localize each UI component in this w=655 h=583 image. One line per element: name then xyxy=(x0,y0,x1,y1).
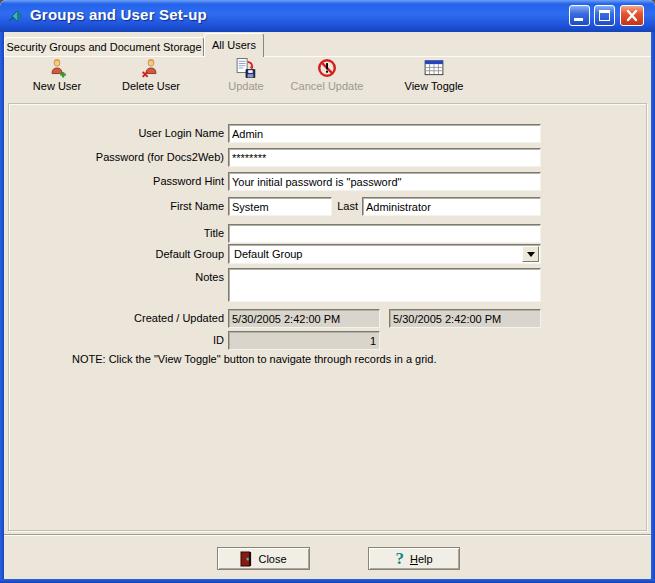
id-label: ID xyxy=(30,334,224,346)
tab-baseline xyxy=(4,56,651,57)
minimize-icon xyxy=(574,18,583,21)
tab-all-users[interactable]: All Users xyxy=(204,33,264,57)
view-toggle-note: NOTE: Click the "View Toggle" button to … xyxy=(72,353,437,365)
close-button[interactable]: Close xyxy=(217,547,310,570)
help-button[interactable]: ? Help xyxy=(368,547,460,570)
cancel-update-button[interactable]: Cancel Update xyxy=(282,58,372,98)
update-button[interactable]: Update xyxy=(201,58,291,98)
first-name-input[interactable] xyxy=(228,197,332,216)
maximize-icon xyxy=(599,10,610,21)
created-field xyxy=(228,309,380,328)
default-group-value: Default Group xyxy=(234,248,302,260)
close-icon xyxy=(621,6,643,25)
delete-user-button[interactable]: Delete User xyxy=(106,58,196,98)
delete-user-label: Delete User xyxy=(106,80,196,92)
tab-security-groups[interactable]: Security Groups and Document Storage xyxy=(4,37,204,56)
minimize-button[interactable] xyxy=(569,5,590,26)
new-user-icon xyxy=(12,58,102,78)
update-label: Update xyxy=(201,80,291,92)
updated-field xyxy=(389,309,541,328)
cancel-update-label: Cancel Update xyxy=(282,80,372,92)
id-field xyxy=(228,331,380,350)
delete-user-icon xyxy=(106,58,196,78)
help-icon: ? xyxy=(395,550,404,567)
view-toggle-button[interactable]: View Toggle xyxy=(389,58,479,98)
notes-textarea[interactable] xyxy=(228,268,541,302)
cancel-update-icon xyxy=(282,58,372,78)
password-input[interactable] xyxy=(228,148,541,167)
close-button-label: Close xyxy=(258,553,286,565)
password-label: Password (for Docs2Web) xyxy=(30,151,224,163)
update-icon xyxy=(201,58,291,78)
password-hint-input[interactable] xyxy=(228,172,541,191)
password-hint-label: Password Hint xyxy=(30,175,224,187)
close-window-button[interactable] xyxy=(620,5,644,26)
app-icon xyxy=(8,8,24,24)
user-login-name-input[interactable] xyxy=(228,124,541,143)
notes-label: Notes xyxy=(30,271,224,283)
default-group-label: Default Group xyxy=(30,248,224,260)
user-login-name-label: User Login Name xyxy=(30,127,224,139)
chevron-down-icon xyxy=(527,252,535,261)
view-toggle-icon xyxy=(389,58,479,78)
window-border-bottom xyxy=(0,579,655,583)
new-user-button[interactable]: New User xyxy=(12,58,102,98)
titlebar[interactable]: Groups and User Set-up xyxy=(0,0,655,32)
help-button-label: Help xyxy=(410,553,433,565)
view-toggle-label: View Toggle xyxy=(389,80,479,92)
new-user-label: New User xyxy=(12,80,102,92)
title-input[interactable] xyxy=(228,224,541,243)
window-title: Groups and User Set-up xyxy=(30,6,207,23)
groups-and-user-setup-window: Groups and User Set-up Security Groups a… xyxy=(0,0,655,583)
first-name-label: First Name xyxy=(30,200,224,212)
combo-drop-button[interactable] xyxy=(522,246,539,262)
window-border-right xyxy=(651,30,655,583)
default-group-select[interactable]: Default Group xyxy=(228,244,541,264)
last-name-input[interactable] xyxy=(362,197,541,216)
title-label: Title xyxy=(30,227,224,239)
maximize-button[interactable] xyxy=(594,5,615,26)
created-updated-label: Created / Updated xyxy=(30,312,224,324)
door-icon xyxy=(240,551,252,567)
last-name-label: Last xyxy=(330,200,358,212)
window-border-left xyxy=(0,30,4,583)
footer-divider-highlight xyxy=(2,535,653,536)
